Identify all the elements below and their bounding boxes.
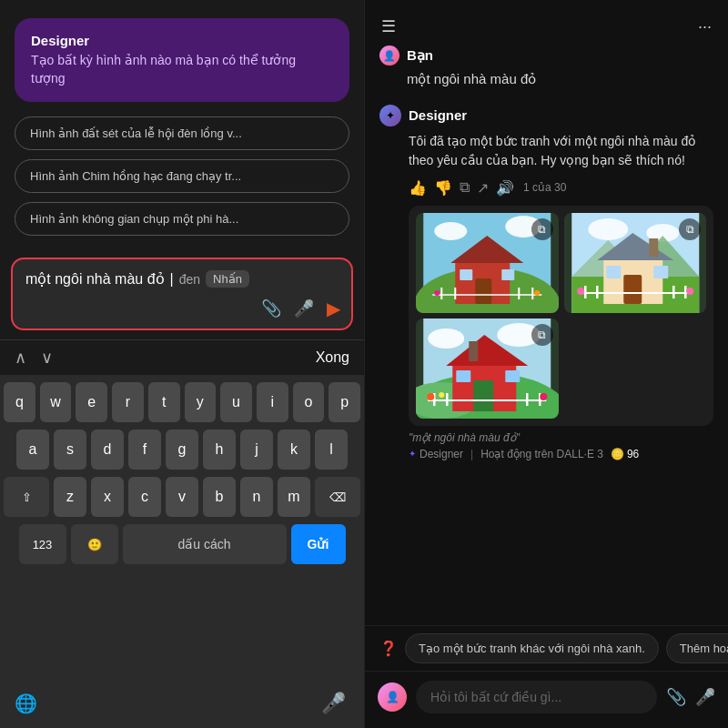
svg-rect-45: [505, 370, 520, 382]
more-options-icon[interactable]: ···: [698, 17, 712, 36]
right-message-input[interactable]: Hỏi tôi bất cứ điều gì...: [416, 681, 657, 713]
key-c[interactable]: c: [128, 477, 161, 517]
chat-header: ☰ ···: [365, 0, 728, 46]
svg-point-14: [434, 290, 440, 296]
svg-rect-27: [653, 266, 668, 278]
key-g[interactable]: g: [166, 430, 198, 470]
assistant-header: ✦ Designer: [379, 105, 713, 126]
speaker-icon[interactable]: 🔊: [496, 179, 514, 197]
image-counter: 1 của 30: [523, 181, 566, 194]
input-suggestion-preview: đen: [179, 272, 200, 287]
share-icon[interactable]: ↗: [477, 179, 489, 197]
bottom-bar: 🌐 🎤: [0, 682, 364, 728]
svg-point-33: [577, 288, 584, 295]
input-action-icons: 📎 🎤 ▶: [261, 298, 340, 319]
copy-icon[interactable]: ⧉: [460, 179, 470, 196]
key-shift[interactable]: ⇧: [4, 477, 49, 517]
key-p[interactable]: p: [329, 382, 360, 422]
right-attachment-icon[interactable]: 📎: [666, 687, 686, 707]
key-d[interactable]: d: [91, 430, 124, 470]
svg-point-1: [434, 222, 467, 240]
arrow-down-icon[interactable]: ∨: [41, 348, 53, 368]
svg-rect-8: [501, 269, 514, 280]
input-suggestion-tag[interactable]: Nhấn: [206, 270, 249, 288]
key-w[interactable]: w: [40, 382, 72, 422]
key-l[interactable]: l: [315, 430, 348, 470]
suggestion-item-2[interactable]: Hình ảnh Chim hồng hạc đang chạy tr...: [15, 159, 349, 193]
globe-icon[interactable]: 🌐: [15, 693, 37, 714]
message-input-area[interactable]: một ngôi nhà màu đỏ | đen Nhấn 📎 🎤 ▶: [11, 258, 353, 330]
key-h[interactable]: h: [203, 430, 236, 470]
designer-avatar: ✦: [379, 105, 401, 126]
key-emoji[interactable]: 🙂: [71, 524, 118, 564]
right-input-area: 👤 Hỏi tôi bất cứ điều gì... 📎 🎤: [365, 671, 728, 728]
image-meta-designer: ✦ Designer: [409, 448, 463, 460]
key-y[interactable]: y: [185, 382, 217, 422]
key-k[interactable]: k: [278, 430, 310, 470]
key-send[interactable]: Gửi: [291, 524, 346, 564]
svg-point-52: [540, 393, 547, 400]
svg-rect-43: [473, 380, 493, 411]
key-s[interactable]: s: [54, 430, 86, 470]
key-t[interactable]: t: [148, 382, 180, 422]
key-space[interactable]: dấu cách: [123, 524, 287, 564]
suggestion-item-1[interactable]: Hình ảnh đất sét của lễ hội đèn lồng v..…: [15, 116, 349, 150]
image-copy-icon-1[interactable]: ⧉: [531, 218, 553, 240]
image-copy-icon-2[interactable]: ⧉: [679, 218, 701, 240]
right-panel: ☰ ··· 👤 Bạn một ngôi nhà màu đỏ ✦ Design…: [364, 0, 728, 728]
generated-image-1[interactable]: ⧉: [416, 213, 559, 313]
microphone-icon[interactable]: 🎤: [294, 298, 314, 318]
generated-image-2[interactable]: ⧉: [564, 213, 707, 313]
key-n[interactable]: n: [240, 477, 273, 517]
keyboard-row-1: q w e r t y u i o p: [4, 382, 360, 422]
input-text-display: một ngôi nhà màu đỏ | đen Nhấn: [25, 270, 339, 288]
thumbs-down-icon[interactable]: 👎: [434, 179, 452, 197]
svg-rect-44: [456, 370, 470, 382]
image-copy-icon-3[interactable]: ⧉: [531, 324, 553, 346]
thumbs-up-icon[interactable]: 👍: [409, 179, 427, 197]
attachment-icon[interactable]: 📎: [261, 298, 281, 318]
user-message-text: một ngôi nhà màu đỏ: [407, 69, 713, 90]
key-numbers[interactable]: 123: [19, 524, 66, 564]
key-r[interactable]: r: [112, 382, 144, 422]
key-q[interactable]: q: [4, 382, 35, 422]
send-icon[interactable]: ▶: [327, 298, 340, 319]
suggestion-chip-2[interactable]: Thêm hoa: [666, 633, 728, 663]
keyboard-row-4: 123 🙂 dấu cách Gửi: [4, 524, 360, 564]
key-e[interactable]: e: [76, 382, 107, 422]
right-mic-icon[interactable]: 🎤: [695, 687, 715, 707]
bottom-mic-icon[interactable]: 🎤: [318, 688, 349, 719]
key-u[interactable]: u: [220, 382, 252, 422]
question-icon: ❓: [379, 633, 398, 663]
key-f[interactable]: f: [128, 430, 161, 470]
assistant-response-text: Tôi đã tạo một bức tranh với một ngôi nh…: [409, 132, 713, 170]
key-z[interactable]: z: [54, 477, 86, 517]
key-v[interactable]: v: [166, 477, 198, 517]
svg-rect-26: [606, 266, 621, 278]
arrow-up-icon[interactable]: ∧: [15, 348, 26, 368]
keyboard-done-button[interactable]: Xong: [316, 349, 349, 366]
key-x[interactable]: x: [91, 477, 124, 517]
bubble-text: Tạo bất kỳ hình ảnh nào mà bạn có thể tư…: [31, 52, 333, 87]
key-a[interactable]: a: [16, 430, 49, 470]
key-i[interactable]: i: [257, 382, 288, 422]
svg-rect-6: [475, 278, 491, 304]
suggestion-chip-1[interactable]: Tạo một bức tranh khác với ngôi nhà xanh…: [405, 633, 659, 663]
suggestion-item-3[interactable]: Hình ảnh không gian chụp một phi hà...: [15, 202, 349, 236]
chat-scroll-area[interactable]: 👤 Bạn một ngôi nhà màu đỏ ✦ Designer Tôi…: [365, 46, 728, 625]
key-j[interactable]: j: [240, 430, 273, 470]
menu-icon[interactable]: ☰: [381, 16, 396, 36]
designer-mini-icon: ✦: [409, 449, 416, 459]
user-name: Bạn: [407, 47, 433, 64]
key-b[interactable]: b: [203, 477, 236, 517]
suggestion-chips-bar: ❓ Tạo một bức tranh khác với ngôi nhà xa…: [365, 625, 728, 671]
designer-intro-bubble: Designer Tạo bất kỳ hình ảnh nào mà bạn …: [15, 18, 349, 102]
svg-point-51: [427, 393, 434, 400]
generated-image-3[interactable]: ⧉: [416, 318, 559, 419]
key-m[interactable]: m: [278, 477, 310, 517]
message-action-bar: 👍 👎 ⧉ ↗ 🔊 1 của 30: [409, 179, 713, 197]
key-o[interactable]: o: [293, 382, 325, 422]
image-caption: "một ngôi nhà màu đỏ": [409, 431, 713, 444]
key-backspace[interactable]: ⌫: [315, 477, 360, 517]
user-message-section: 👤 Bạn một ngôi nhà màu đỏ: [379, 46, 713, 90]
